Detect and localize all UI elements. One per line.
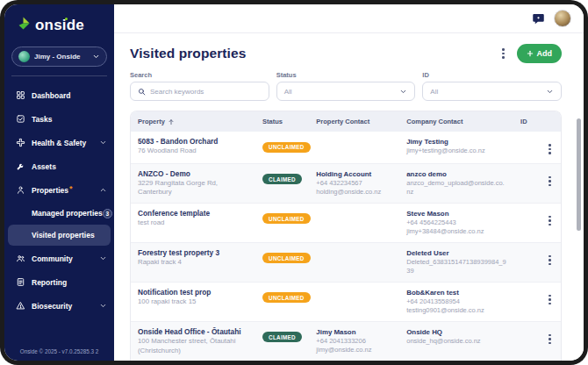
sidebar-item-reporting[interactable]: Reporting: [4, 270, 114, 294]
property-cell: ANZCO - Demo3229 Rangitata Gorge Rd, Can…: [131, 164, 255, 203]
contact-detail: testing0901@onside.co.nz: [406, 306, 506, 316]
contact-detail: +64 20413558954: [406, 297, 506, 307]
row-menu-button[interactable]: [543, 173, 556, 190]
plus-icon: [527, 50, 534, 57]
screenshot-frame: onside Jimy - Onside DashboardTasksHealt…: [0, 0, 588, 365]
search-input[interactable]: [150, 88, 262, 96]
contact-cell: [309, 132, 399, 142]
sidebar-item-tasks[interactable]: Tasks: [4, 107, 114, 131]
status-badge: UNCLAIMED: [262, 292, 310, 303]
property-cell: Conference templatetest road: [131, 204, 255, 233]
sidebar-item-properties[interactable]: Properties*: [4, 178, 114, 202]
user-avatar[interactable]: [554, 10, 571, 27]
chevron-up-icon: [99, 186, 107, 194]
contact-cell: Holding Account+64 432234567holding@onsi…: [309, 164, 399, 203]
user-avatar-small: [18, 51, 30, 62]
contact-detail: jimy+38484@onside.co.nz: [406, 227, 506, 237]
row-menu-button[interactable]: [543, 212, 556, 230]
contact-cell: Deleted UserDeleted_638315147138939984_9…: [399, 243, 513, 282]
page-content: Visited properties Add Search: [114, 33, 584, 361]
table-row: 5083 - Bandon Orchard76 Woodland RoadUNC…: [131, 132, 561, 163]
status-badge: UNCLAIMED: [262, 213, 310, 224]
sort-asc-icon: [168, 118, 175, 125]
property-address: 3229 Rangitata Gorge Rd, Canterbury: [138, 179, 248, 197]
property-address: test road: [138, 218, 248, 228]
column-header-company-contact[interactable]: Company Contact: [399, 118, 513, 125]
contact-cell: anzco demoanzco_demo_upload@onside.co.nz: [399, 164, 513, 203]
add-button[interactable]: Add: [517, 44, 563, 63]
sidebar-item-label: Biosecurity: [32, 302, 93, 311]
contact-name: Holding Account: [316, 169, 392, 179]
contact-cell: [309, 283, 399, 293]
id-cell: [513, 132, 539, 142]
row-menu-button[interactable]: [543, 140, 556, 158]
property-cell: 5083 - Bandon Orchard76 Woodland Road: [131, 132, 255, 161]
chat-icon[interactable]: [532, 12, 545, 25]
property-name: Notification test prop: [138, 288, 248, 297]
reporting-icon: [16, 277, 25, 287]
row-menu-button[interactable]: [543, 252, 556, 269]
sidebar-item-health-safety[interactable]: Health & Safety: [4, 131, 114, 154]
version-footer: Onside © 2025 - v7.0.25285.3 2: [4, 343, 114, 361]
sidebar: onside Jimy - Onside DashboardTasksHealt…: [4, 4, 114, 361]
id-cell: [513, 204, 539, 214]
table-row: ANZCO - Demo3229 Rangitata Gorge Rd, Can…: [131, 163, 561, 203]
sidebar-item-dashboard[interactable]: Dashboard: [4, 83, 114, 107]
sidebar-item-community[interactable]: Community: [4, 247, 114, 270]
chevron-down-icon: [99, 139, 107, 147]
row-menu-button[interactable]: [543, 291, 556, 309]
property-address: Rapaki track 4: [138, 258, 248, 268]
contact-cell: Jimy Mason+64 2041333206jimy@onside.co.n…: [309, 322, 399, 361]
column-header-id[interactable]: ID: [513, 118, 539, 125]
id-cell: [513, 164, 539, 175]
dashboard-icon: [16, 90, 25, 100]
actions-cell: [539, 322, 561, 354]
property-address: 100 Manchester street, Ōtautahi (Christc…: [138, 337, 248, 355]
contact-cell: Onside HQonside_hq@onside.co.nz: [399, 322, 513, 352]
table-header: Property Status Property Contact Company…: [131, 111, 561, 132]
contact-name: Bob&Karen test: [406, 288, 506, 297]
sidebar-item-assets[interactable]: Assets: [4, 154, 114, 178]
contact-detail: +64 432234567: [316, 179, 392, 189]
status-cell: UNCLAIMED: [255, 132, 309, 158]
contact-name: Onside HQ: [406, 327, 506, 337]
sidebar-item-biosecurity[interactable]: Biosecurity: [4, 294, 114, 318]
biosecurity-icon: [16, 301, 25, 311]
sidebar-subitem-label: Managed properties: [32, 209, 103, 218]
status-cell: UNCLAIMED: [255, 204, 309, 230]
table-row: Forestry test property 3Rapaki track 4UN…: [131, 242, 561, 282]
contact-detail: jimy+testing@onside.co.nz: [406, 147, 506, 156]
sidebar-item-visited-properties[interactable]: Visited properties: [8, 225, 111, 246]
status-badge: UNCLAIMED: [262, 142, 310, 153]
column-header-status[interactable]: Status: [255, 118, 309, 125]
column-header-property-contact[interactable]: Property Contact: [309, 118, 399, 125]
row-menu-button[interactable]: [543, 331, 556, 348]
org-user-selector[interactable]: Jimy - Onside: [11, 47, 107, 67]
status-cell: UNCLAIMED: [255, 243, 309, 269]
vertical-scrollbar-thumb[interactable]: [577, 118, 581, 231]
topbar: [114, 4, 584, 33]
sidebar-item-managed-properties[interactable]: Managed properties3: [8, 203, 111, 224]
sidebar-item-label: Dashboard: [32, 91, 107, 100]
chevron-down-icon: [399, 88, 407, 96]
property-name: Conference template: [138, 209, 248, 218]
column-header-property[interactable]: Property: [131, 118, 255, 125]
status-cell: UNCLAIMED: [255, 283, 309, 309]
contact-name: Steve Mason: [406, 209, 506, 218]
status-filter-select[interactable]: All: [276, 82, 416, 101]
chevron-down-icon: [546, 88, 554, 96]
id-filter-select[interactable]: All: [422, 82, 562, 101]
properties-icon: [16, 185, 25, 195]
table-body: 5083 - Bandon Orchard76 Woodland RoadUNC…: [131, 132, 561, 361]
status-badge: CLAIMED: [262, 174, 302, 184]
logo-wordmark: onside: [35, 17, 84, 34]
count-badge: 3: [103, 209, 112, 218]
main-area: Visited properties Add Search: [114, 4, 584, 361]
page-menu-button[interactable]: [497, 45, 510, 62]
contact-detail: Deleted_638315147138939984_939: [406, 258, 506, 276]
table-row: Conference templatetest roadUNCLAIMEDSte…: [131, 203, 561, 242]
property-name: Forestry test property 3: [138, 248, 248, 258]
sidebar-nav: DashboardTasksHealth & SafetyAssetsPrope…: [4, 80, 114, 343]
contact-name: Jimy Mason: [316, 327, 392, 337]
search-label: Search: [130, 71, 269, 79]
